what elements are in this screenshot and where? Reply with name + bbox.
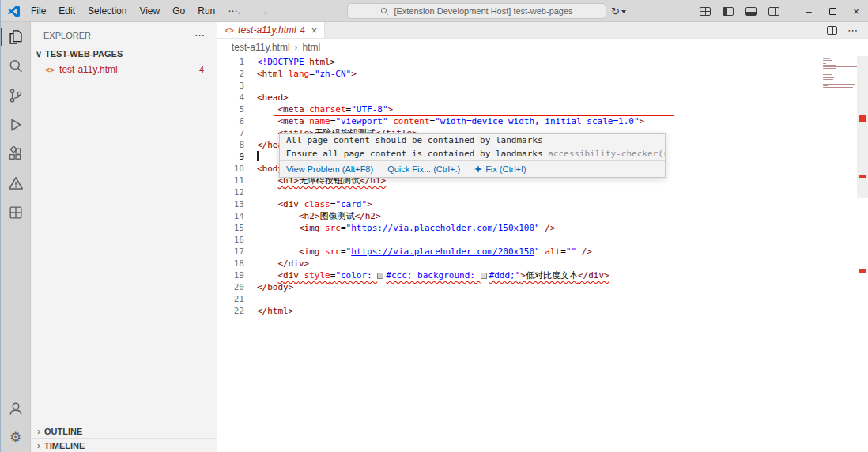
- line-number: 4: [217, 92, 244, 104]
- minimap-line: [823, 65, 836, 66]
- code-line[interactable]: 14 <h2>图像测试</h2>: [217, 210, 857, 222]
- code-line[interactable]: 3: [217, 80, 857, 92]
- reload-window-button[interactable]: ↻: [611, 0, 626, 22]
- quick-fix-link[interactable]: Quick Fix... (Ctrl+.): [387, 164, 460, 174]
- scrollbar[interactable]: [857, 56, 868, 452]
- breadcrumb-item-html[interactable]: html: [303, 42, 321, 53]
- code-line[interactable]: 2<html lang="zh-CN">: [217, 68, 857, 80]
- ai-fix-link[interactable]: Fix (Ctrl+I): [474, 164, 526, 174]
- search-icon: [380, 7, 389, 16]
- code-line[interactable]: 1<!DOCTYPE html>: [217, 56, 857, 68]
- chevron-down-icon: ∨: [36, 49, 42, 59]
- chevron-right-icon: ›: [37, 426, 40, 437]
- minimap[interactable]: [823, 58, 857, 93]
- text-cursor: [257, 151, 259, 161]
- split-editor-icon[interactable]: [827, 26, 837, 35]
- line-number: 13: [217, 198, 244, 210]
- layout-controls: [700, 0, 779, 22]
- minimap-line: [823, 90, 857, 91]
- menu-go[interactable]: Go: [166, 2, 191, 20]
- breadcrumb: test-a11y.html › html: [217, 39, 868, 56]
- minimap-line: [823, 71, 857, 72]
- maximize-button[interactable]: [821, 0, 844, 22]
- code-line[interactable]: 15 <img src="https://via.placeholder.com…: [217, 222, 857, 234]
- editor-more-actions-icon[interactable]: ⋯: [847, 24, 859, 36]
- toggle-panel-icon[interactable]: [745, 7, 757, 16]
- minimap-line: [823, 77, 834, 78]
- close-window-button[interactable]: ×: [844, 0, 868, 22]
- command-center-search[interactable]: [Extension Development Host] test-web-pa…: [347, 3, 606, 19]
- breadcrumb-item-file[interactable]: test-a11y.html: [232, 42, 290, 53]
- line-number: 16: [217, 234, 244, 246]
- file-row-test-a11y[interactable]: <> test-a11y.html 4: [31, 62, 217, 77]
- extensions-activity-icon[interactable]: [1, 139, 31, 168]
- code-line[interactable]: 12: [217, 186, 857, 198]
- settings-activity-icon[interactable]: ⚙: [1, 423, 31, 452]
- warning-triangle-icon: [8, 175, 24, 191]
- explorer-header: EXPLORER ⋯: [31, 22, 217, 46]
- code-line[interactable]: 13 <div class="card">: [217, 198, 857, 210]
- explorer-more-actions-icon[interactable]: ⋯: [194, 29, 206, 41]
- code-line[interactable]: 5 <meta charset="UTF-8">: [217, 104, 857, 115]
- workspace-folder-label: TEST-WEB-PAGES: [45, 49, 123, 58]
- line-number: 12: [217, 186, 244, 198]
- minimize-button[interactable]: –: [797, 0, 821, 22]
- code-line[interactable]: 17 <img src="https://via.placeholder.com…: [217, 246, 857, 258]
- html-file-icon: <>: [45, 66, 55, 74]
- menu-file[interactable]: File: [25, 2, 52, 20]
- back-arrow-icon[interactable]: ←: [236, 5, 247, 17]
- toggle-secondary-sidebar-icon[interactable]: [768, 7, 779, 16]
- timeline-label: TIMELINE: [44, 441, 85, 450]
- timeline-section-header[interactable]: › TIMELINE: [31, 438, 217, 452]
- maximize-icon: [829, 8, 836, 15]
- run-debug-activity-icon[interactable]: [1, 110, 31, 139]
- history-navigation: ← →: [236, 0, 269, 22]
- code-line[interactable]: 18 </div>: [217, 258, 857, 269]
- outline-section-header[interactable]: › OUTLINE: [31, 424, 217, 438]
- search-activity-icon[interactable]: [1, 51, 31, 81]
- line-number: 7: [217, 127, 244, 139]
- color-swatch[interactable]: [481, 273, 487, 279]
- code-line[interactable]: 20</body>: [217, 281, 857, 293]
- customize-layout-icon[interactable]: [700, 7, 711, 16]
- problems-count-badge: 4: [199, 65, 210, 74]
- code-line[interactable]: 22</html>: [217, 305, 857, 317]
- minimap-line: [823, 68, 836, 69]
- minimap-line: [823, 70, 826, 70]
- code-line[interactable]: 19 <div style="color: #ccc; background: …: [217, 269, 857, 281]
- gear-icon: ⚙: [9, 431, 21, 444]
- extensions-icon: [8, 146, 24, 162]
- menu-run[interactable]: Run: [191, 2, 221, 20]
- view-problem-link[interactable]: View Problem (Alt+F8): [286, 164, 373, 174]
- outline-label: OUTLINE: [44, 427, 82, 436]
- code-line[interactable]: 21: [217, 293, 857, 305]
- accounts-activity-icon[interactable]: [1, 394, 31, 423]
- color-swatch[interactable]: [377, 273, 383, 279]
- menu-selection[interactable]: Selection: [81, 2, 133, 20]
- a11y-checker-activity-icon[interactable]: [1, 168, 31, 198]
- html-file-icon: <>: [225, 26, 234, 35]
- minimap-line: [823, 76, 857, 77]
- hover-message-1: All page content should be contained by …: [280, 134, 665, 147]
- source-control-activity-icon[interactable]: [1, 81, 31, 110]
- search-text: [Extension Development Host] test-web-pa…: [394, 6, 572, 16]
- chevron-right-icon: ›: [295, 42, 298, 53]
- code-line[interactable]: 16: [217, 234, 857, 246]
- vscode-window: File Edit Selection View Go Run ⋯ ← → [E…: [0, 0, 868, 452]
- code-editor[interactable]: 1<!DOCTYPE html>2<html lang="zh-CN">34<h…: [217, 56, 857, 452]
- code-line[interactable]: 4<head>: [217, 92, 857, 104]
- workspace-folder-row[interactable]: ∨ TEST-WEB-PAGES: [31, 46, 217, 62]
- line-number: 8: [217, 139, 244, 151]
- forward-arrow-icon[interactable]: →: [258, 5, 269, 17]
- close-tab-icon[interactable]: ×: [311, 24, 318, 36]
- explorer-activity-icon[interactable]: [1, 22, 31, 51]
- custom-extension-activity-icon[interactable]: [1, 198, 31, 227]
- code-line[interactable]: 6 <meta name="viewport" content="width=d…: [217, 115, 857, 127]
- tab-test-a11y[interactable]: <> test-a11y.html 4 ×: [217, 22, 325, 38]
- menu-view[interactable]: View: [133, 2, 166, 20]
- tab-label: test-a11y.html: [238, 24, 296, 36]
- menu-edit[interactable]: Edit: [52, 2, 81, 20]
- minimap-line: [823, 84, 855, 85]
- sidebar-bottom-sections: › OUTLINE › TIMELINE: [31, 424, 217, 452]
- toggle-primary-sidebar-icon[interactable]: [723, 7, 734, 16]
